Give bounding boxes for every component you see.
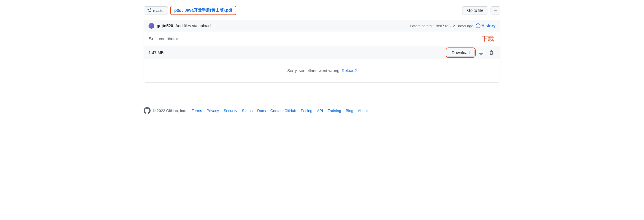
reload-link[interactable]: Reload? <box>342 68 357 73</box>
footer-inner: © 2022 GitHub, Inc. Terms Privacy Securi… <box>144 107 500 114</box>
commit-dots: ··· <box>213 23 216 28</box>
avatar-image <box>149 23 154 29</box>
error-text: Sorry, something went wrong. <box>287 68 341 73</box>
footer-link-training[interactable]: Training <box>328 109 341 113</box>
breadcrumb-bar: master p3c / Java开发手册(黄山版).pdf Go to fil… <box>144 6 500 15</box>
footer-link-security[interactable]: Security <box>224 109 237 113</box>
copyright-text: © 2022 GitHub, Inc. <box>153 109 186 113</box>
commit-bar: gujin520 Add files via upload ··· Latest… <box>144 20 500 32</box>
commit-hash[interactable]: 8ea71e3 <box>436 24 451 28</box>
go-to-file-button[interactable]: Go to file <box>462 6 488 14</box>
branch-badge[interactable]: master <box>144 6 168 14</box>
download-chinese-label: 下载 <box>482 35 494 42</box>
file-path-repo[interactable]: p3c <box>174 8 181 13</box>
file-path-separator: / <box>182 8 184 13</box>
file-path-box: p3c / Java开发手册(黄山版).pdf <box>170 6 236 15</box>
contributor-label: contributor <box>159 36 178 41</box>
contributor-bar: 1 contributor 下载 <box>144 32 500 46</box>
avatar <box>149 23 154 29</box>
file-path-filename: Java开发手册(黄山版).pdf <box>185 8 232 13</box>
contributor-icon <box>149 36 153 41</box>
trash-icon <box>489 50 494 55</box>
file-content: Sorry, something went wrong. Reload? <box>144 59 500 82</box>
footer-link-status[interactable]: Status <box>242 109 253 113</box>
footer-link-terms[interactable]: Terms <box>192 109 202 113</box>
file-toolbar: 1.47 MB Download <box>144 46 500 59</box>
contributor-left: 1 contributor <box>149 36 178 41</box>
footer-link-about[interactable]: About <box>358 109 368 113</box>
footer-link-api[interactable]: API <box>317 109 323 113</box>
more-options-button[interactable]: ··· <box>491 6 500 14</box>
breadcrumb-left: master p3c / Java开发手册(黄山版).pdf <box>144 6 236 15</box>
file-size: 1.47 MB <box>149 50 164 55</box>
breadcrumb-right: Go to file ··· <box>462 6 500 14</box>
monitor-icon <box>479 50 483 55</box>
delete-button[interactable] <box>487 49 495 56</box>
footer: © 2022 GitHub, Inc. Terms Privacy Securi… <box>144 100 500 121</box>
commit-right: Latest commit 8ea71e3 21 days ago Histor… <box>410 23 495 28</box>
footer-link-contact[interactable]: Contact GitHub <box>270 109 296 113</box>
monitor-button[interactable] <box>477 49 485 56</box>
commit-author[interactable]: gujin520 <box>157 23 173 28</box>
download-button[interactable]: Download <box>447 49 475 57</box>
download-hint: 下载 <box>482 34 495 43</box>
commit-left: gujin520 Add files via upload ··· <box>149 23 216 29</box>
file-actions: Download <box>447 49 495 57</box>
footer-link-docs[interactable]: Docs <box>257 109 266 113</box>
branch-label: master <box>153 8 165 13</box>
footer-link-blog[interactable]: Blog <box>346 109 353 113</box>
contributor-count: 1 <box>155 36 157 41</box>
history-label: History <box>482 23 495 28</box>
footer-logo: © 2022 GitHub, Inc. <box>144 107 186 114</box>
footer-link-privacy[interactable]: Privacy <box>207 109 219 113</box>
history-clock-icon <box>476 23 480 28</box>
footer-links: Terms Privacy Security Status Docs Conta… <box>192 109 368 113</box>
footer-link-pricing[interactable]: Pricing <box>301 109 312 113</box>
commit-time: 21 days ago <box>453 24 473 28</box>
file-viewer: 1.47 MB Download Sorry, something went w… <box>144 46 500 82</box>
history-button[interactable]: History <box>476 23 495 28</box>
github-logo-icon <box>144 107 151 114</box>
commit-message: Add files via upload <box>175 23 211 28</box>
branch-icon <box>147 8 151 13</box>
latest-commit-prefix: Latest commit <box>410 24 433 28</box>
